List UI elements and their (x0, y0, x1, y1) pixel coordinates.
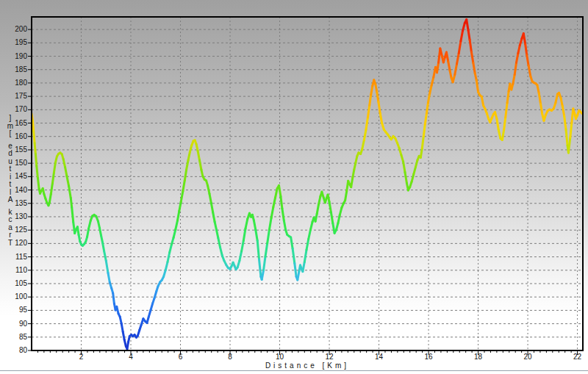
x-axis-title: Distance [Km] (32, 362, 583, 370)
x-tick-label: 2 (79, 353, 84, 361)
y-tick-label: 200 (0, 26, 27, 33)
elevation-profile-window: 8085909510010511011512012513013514014515… (0, 0, 588, 374)
x-tick-label: 14 (375, 353, 383, 361)
y-tick-label: 90 (0, 320, 27, 328)
y-tick-label: 105 (0, 280, 27, 287)
track-elevation-line (32, 20, 582, 349)
x-tick-label: 16 (424, 353, 432, 361)
y-tick-label: 95 (0, 306, 27, 314)
x-tick-label: 20 (524, 353, 532, 361)
x-tick-label: 4 (129, 353, 133, 361)
x-tick-label: 8 (228, 353, 232, 361)
x-tick-label: 22 (573, 353, 581, 361)
x-tick-label: 10 (276, 353, 284, 361)
y-tick-label: 85 (0, 334, 27, 341)
x-tick-label: 6 (179, 353, 183, 361)
y-tick-label: 170 (0, 106, 27, 113)
y-tick-label: 80 (0, 347, 27, 354)
y-tick-label: 185 (0, 66, 27, 73)
x-tick-label: 18 (474, 353, 482, 361)
elevation-plot (0, 0, 588, 374)
y-tick-label: 110 (0, 267, 27, 274)
y-axis-title: ]m[ edutitlA kcarT (5, 115, 15, 247)
y-tick-label: 190 (0, 53, 27, 60)
y-tick-label: 180 (0, 79, 27, 87)
y-tick-label: 175 (0, 93, 27, 100)
y-tick-label: 115 (0, 253, 27, 261)
y-tick-label: 195 (0, 39, 27, 46)
window-bottom-separator-highlight (0, 371, 588, 372)
x-tick-label: 12 (325, 353, 333, 361)
y-tick-label: 100 (0, 293, 27, 301)
